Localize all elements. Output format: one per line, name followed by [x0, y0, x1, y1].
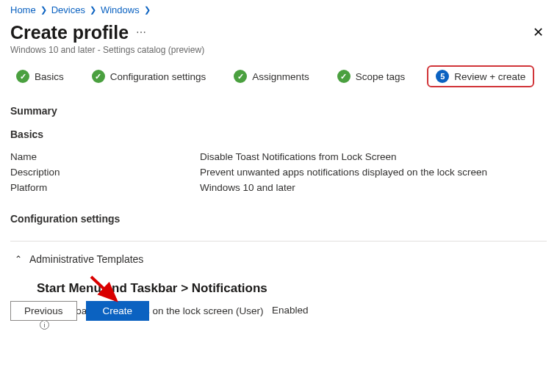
step-label: Review + create	[454, 71, 525, 82]
step-label: Basics	[35, 71, 64, 82]
kv-value: Prevent unwanted apps notifications disp…	[200, 167, 547, 178]
kv-row-description: Description Prevent unwanted apps notifi…	[10, 164, 547, 180]
settings-subcategory: Start Menu and Taskbar > Notifications	[37, 281, 547, 296]
chevron-right-icon: ❯	[144, 5, 151, 15]
page-title: Create profile	[10, 22, 129, 43]
breadcrumb-home[interactable]: Home	[10, 4, 36, 15]
chevron-up-icon: ⌃	[15, 254, 22, 264]
wizard-stepper: ✓ Basics ✓ Configuration settings ✓ Assi…	[10, 65, 547, 87]
page-subtitle: Windows 10 and later - Settings catalog …	[10, 45, 547, 55]
breadcrumb-devices[interactable]: Devices	[51, 4, 85, 15]
wizard-footer: Previous Create	[10, 301, 149, 321]
step-scope-tags[interactable]: ✓ Scope tags	[331, 65, 412, 87]
chevron-right-icon: ❯	[40, 5, 47, 15]
expander-administrative-templates[interactable]: ⌃ Administrative Templates	[10, 242, 547, 268]
expander-label: Administrative Templates	[29, 253, 143, 265]
kv-key: Description	[10, 167, 200, 178]
step-review-create[interactable]: 5 Review + create	[427, 65, 534, 87]
kv-key: Name	[10, 151, 200, 162]
previous-button[interactable]: Previous	[10, 301, 77, 321]
step-label: Scope tags	[356, 71, 406, 82]
check-icon: ✓	[234, 70, 247, 83]
breadcrumb-windows[interactable]: Windows	[101, 4, 140, 15]
more-options-icon[interactable]: ⋯	[136, 27, 147, 37]
step-basics[interactable]: ✓ Basics	[10, 65, 70, 87]
step-label: Assignments	[252, 71, 309, 82]
kv-value: Windows 10 and later	[200, 182, 547, 193]
kv-key: Platform	[10, 182, 200, 193]
step-configuration-settings[interactable]: ✓ Configuration settings	[86, 65, 212, 87]
breadcrumb: Home ❯ Devices ❯ Windows ❯	[10, 3, 547, 21]
create-button[interactable]: Create	[86, 301, 150, 321]
check-icon: ✓	[337, 70, 351, 83]
check-icon: ✓	[16, 70, 29, 83]
step-assignments[interactable]: ✓ Assignments	[228, 65, 315, 87]
info-icon[interactable]: i	[40, 320, 49, 330]
check-icon: ✓	[92, 70, 105, 83]
basics-heading: Basics	[10, 128, 547, 140]
close-icon[interactable]: ✕	[530, 21, 547, 43]
chevron-right-icon: ❯	[90, 5, 96, 15]
kv-row-name: Name Disable Toast Notifications from Lo…	[10, 149, 547, 164]
summary-heading: Summary	[10, 105, 547, 117]
step-label: Configuration settings	[110, 71, 206, 82]
kv-row-platform: Platform Windows 10 and later	[10, 180, 547, 195]
setting-value: Enabled	[272, 305, 309, 316]
kv-value: Disable Toast Notifications from Lock Sc…	[200, 151, 547, 162]
config-heading: Configuration settings	[10, 213, 547, 225]
step-number-icon: 5	[436, 70, 449, 83]
